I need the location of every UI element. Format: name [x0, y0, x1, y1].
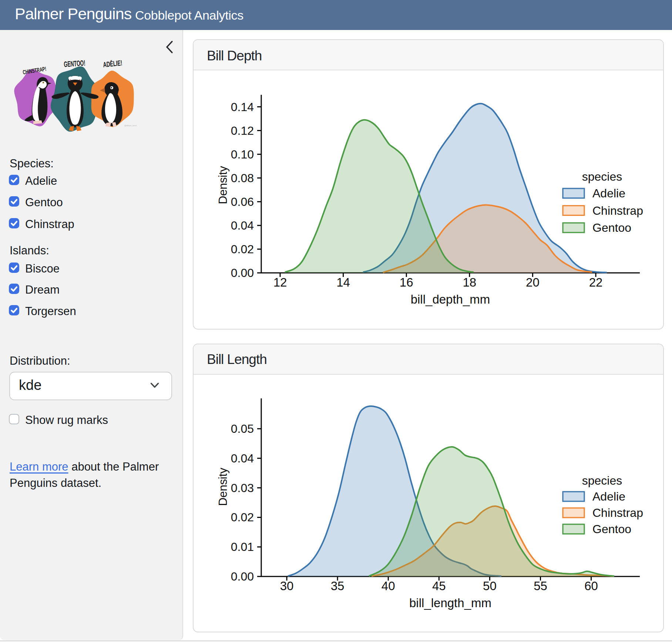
svg-text:Density: Density — [216, 166, 229, 204]
svg-text:0.05: 0.05 — [231, 422, 254, 435]
svg-text:0.14: 0.14 — [231, 100, 254, 114]
svg-text:0.00: 0.00 — [231, 266, 254, 280]
svg-text:22: 22 — [589, 275, 603, 289]
svg-text:0.04: 0.04 — [231, 219, 254, 232]
svg-text:40: 40 — [382, 579, 395, 593]
svg-text:0.02: 0.02 — [231, 511, 254, 524]
svg-text:0.01: 0.01 — [231, 540, 254, 554]
svg-text:0.06: 0.06 — [231, 195, 254, 208]
svg-text:0.00: 0.00 — [231, 570, 254, 583]
svg-text:bill_depth_mm: bill_depth_mm — [411, 292, 490, 306]
svg-text:0.02: 0.02 — [231, 243, 254, 256]
svg-text:35: 35 — [331, 579, 345, 593]
svg-text:12: 12 — [273, 275, 287, 289]
svg-text:0.03: 0.03 — [231, 481, 254, 495]
svg-text:Density: Density — [216, 468, 229, 506]
svg-text:50: 50 — [483, 579, 497, 593]
svg-text:14: 14 — [336, 275, 350, 289]
svg-text:30: 30 — [280, 579, 294, 593]
svg-text:Adelie: Adelie — [592, 187, 625, 200]
svg-text:0.04: 0.04 — [231, 452, 254, 465]
svg-text:60: 60 — [584, 579, 598, 593]
svg-text:Chinstrap: Chinstrap — [592, 204, 643, 217]
svg-text:Gentoo: Gentoo — [592, 221, 631, 234]
svg-text:species: species — [582, 170, 622, 183]
svg-text:bill_length_mm: bill_length_mm — [409, 596, 491, 610]
svg-text:0.10: 0.10 — [231, 148, 254, 161]
svg-text:species: species — [582, 474, 622, 487]
svg-text:55: 55 — [534, 579, 547, 593]
svg-text:20: 20 — [526, 275, 540, 289]
svg-text:Adelie: Adelie — [592, 490, 625, 503]
svg-text:16: 16 — [400, 275, 413, 289]
svg-text:45: 45 — [432, 579, 446, 593]
svg-text:0.12: 0.12 — [231, 124, 254, 137]
svg-text:18: 18 — [463, 275, 476, 289]
svg-text:Chinstrap: Chinstrap — [592, 506, 643, 519]
svg-text:0.08: 0.08 — [231, 171, 254, 185]
svg-text:Gentoo: Gentoo — [592, 522, 631, 536]
